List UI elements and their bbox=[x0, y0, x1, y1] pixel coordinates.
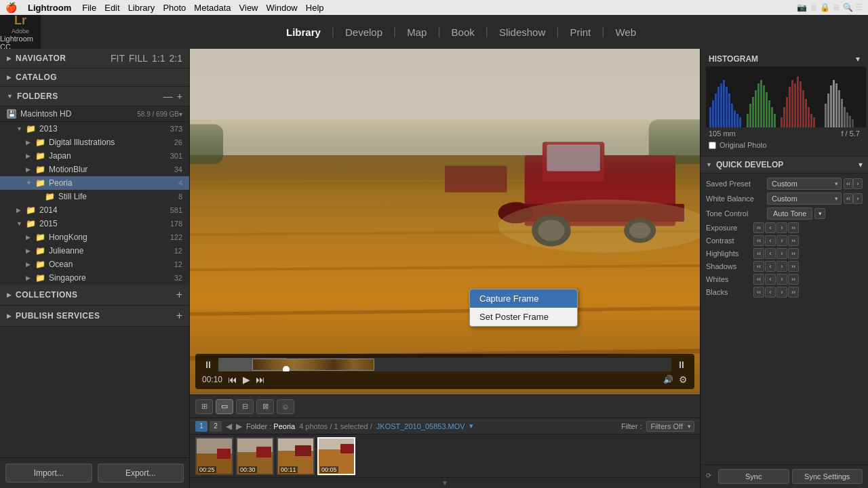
play-btn[interactable]: ▶ bbox=[243, 374, 250, 385]
shadows-ll[interactable]: ‹‹ bbox=[753, 261, 764, 272]
skip-forward-btn[interactable]: ⏭ bbox=[256, 374, 265, 385]
app-menu-name[interactable]: Lightroom bbox=[28, 3, 71, 13]
tone-expand[interactable]: ▾ bbox=[814, 208, 825, 219]
filmstrip-nav-left[interactable]: ◀ bbox=[226, 422, 232, 431]
filmstrip-nav-right[interactable]: ▶ bbox=[236, 422, 242, 431]
publish-services-header[interactable]: ▶ Publish Services + bbox=[0, 306, 189, 327]
auto-tone-btn[interactable]: Auto Tone bbox=[767, 207, 812, 220]
folder-peoria[interactable]: ▼ 📁 Peoria 4 bbox=[0, 176, 189, 190]
tab-library[interactable]: Library bbox=[279, 24, 328, 41]
pause-btn[interactable]: ⏸ bbox=[203, 359, 213, 370]
blacks-r[interactable]: › bbox=[776, 287, 787, 298]
folder-singapore[interactable]: ▶ 📁 Singapore 32 bbox=[0, 271, 189, 285]
saved-preset-dropdown[interactable]: Custom bbox=[767, 178, 842, 190]
fit-option[interactable]: FIT bbox=[111, 53, 125, 64]
exposure-ll[interactable]: ‹‹ bbox=[753, 222, 764, 233]
whites-ll[interactable]: ‹‹ bbox=[753, 274, 764, 285]
highlights-ll[interactable]: ‹‹ bbox=[753, 248, 764, 259]
settings-btn[interactable]: ⚙ bbox=[679, 374, 688, 385]
whites-r[interactable]: › bbox=[776, 274, 787, 285]
tab-map[interactable]: Map bbox=[400, 24, 433, 41]
skip-back-btn[interactable]: ⏮ bbox=[228, 374, 237, 385]
import-button[interactable]: Import... bbox=[5, 464, 92, 483]
context-capture-frame[interactable]: Capture Frame bbox=[470, 289, 577, 308]
original-photo-checkbox[interactable] bbox=[709, 142, 716, 149]
tab-book[interactable]: Book bbox=[445, 24, 481, 41]
people-view-btn[interactable]: ☺ bbox=[277, 399, 294, 414]
menu-file[interactable]: File bbox=[82, 3, 96, 13]
page-1[interactable]: 1 bbox=[195, 421, 208, 432]
folder-motionblur[interactable]: ▶ 📁 MotionBlur 34 bbox=[0, 163, 189, 176]
menu-window[interactable]: Window bbox=[267, 3, 298, 13]
drive-item[interactable]: 💾 Macintosh HD 58.9 / 699 GB ▾ bbox=[0, 106, 189, 122]
sync-button[interactable]: Sync bbox=[718, 469, 789, 484]
grid-view-btn[interactable]: ⊞ bbox=[195, 399, 213, 414]
folder-2015[interactable]: ▼ 📁 2015 178 bbox=[0, 217, 189, 230]
menu-edit[interactable]: Edit bbox=[104, 3, 119, 13]
blacks-l[interactable]: ‹ bbox=[765, 287, 776, 298]
contrast-rr[interactable]: ›› bbox=[788, 235, 799, 246]
page-2[interactable]: 2 bbox=[210, 421, 222, 432]
ratio-option[interactable]: 2:1 bbox=[170, 53, 182, 64]
tab-slideshow[interactable]: Slideshow bbox=[492, 24, 552, 41]
tab-develop[interactable]: Develop bbox=[338, 24, 389, 41]
filename[interactable]: JKOST_2010_05853.MOV bbox=[376, 422, 465, 430]
tab-print[interactable]: Print bbox=[563, 24, 597, 41]
filmstrip-thumb-3[interactable]: 00:11 bbox=[277, 437, 315, 475]
collections-header[interactable]: ▶ Collections + bbox=[0, 285, 189, 306]
sync-settings-button[interactable]: Sync Settings bbox=[792, 469, 863, 484]
contrast-l[interactable]: ‹ bbox=[765, 235, 776, 246]
histogram-header[interactable]: Histogram ▾ bbox=[703, 52, 865, 66]
quick-develop-header[interactable]: ▼ Quick Develop ▾ bbox=[701, 156, 868, 174]
shadows-r[interactable]: › bbox=[776, 261, 787, 272]
wb-right[interactable]: › bbox=[853, 193, 863, 204]
folder-hongkong[interactable]: ▶ 📁 HongKong 122 bbox=[0, 230, 189, 244]
menu-metadata[interactable]: Metadata bbox=[194, 3, 231, 13]
saved-preset-right[interactable]: › bbox=[853, 178, 863, 189]
compare-view-btn[interactable]: ⊟ bbox=[236, 399, 254, 414]
catalog-header[interactable]: ▶ Catalog bbox=[0, 68, 189, 87]
export-button[interactable]: Export... bbox=[98, 464, 184, 483]
folder-japan[interactable]: ▶ 📁 Japan 301 bbox=[0, 149, 189, 163]
folder-ocean[interactable]: ▶ 📁 Ocean 12 bbox=[0, 258, 189, 271]
exposure-l[interactable]: ‹ bbox=[765, 222, 776, 233]
filmstrip-thumb-4[interactable]: 00:05 bbox=[317, 437, 355, 475]
timeline-bar[interactable] bbox=[218, 358, 671, 371]
blacks-rr[interactable]: ›› bbox=[788, 287, 799, 298]
contrast-ll[interactable]: ‹‹ bbox=[753, 235, 764, 246]
folder-digital-illustrations[interactable]: ▶ 📁 Digital Illustrations 26 bbox=[0, 136, 189, 149]
folders-header[interactable]: ▼ Folders — + bbox=[0, 87, 189, 106]
drive-chevron[interactable]: ▾ bbox=[179, 110, 182, 118]
folder-2014[interactable]: ▶ 📁 2014 581 bbox=[0, 203, 189, 217]
wb-left[interactable]: ‹‹ bbox=[844, 193, 853, 204]
survey-view-btn[interactable]: ⊠ bbox=[256, 399, 274, 414]
highlights-l[interactable]: ‹ bbox=[765, 248, 776, 259]
highlights-rr[interactable]: ›› bbox=[788, 248, 799, 259]
folder-2013[interactable]: ▼ 📁 2013 373 bbox=[0, 122, 189, 136]
white-balance-dropdown[interactable]: Custom bbox=[767, 192, 842, 205]
filmstrip-thumb-1[interactable]: 00:25 bbox=[195, 437, 233, 475]
publish-add[interactable]: + bbox=[176, 310, 182, 322]
folders-plus[interactable]: + bbox=[177, 91, 182, 102]
whites-rr[interactable]: ›› bbox=[788, 274, 799, 285]
loupe-view-btn[interactable]: ▭ bbox=[216, 399, 233, 414]
navigator-header[interactable]: ▶ Navigator FIT FILL 1:1 2:1 bbox=[0, 49, 189, 68]
oneone-option[interactable]: 1:1 bbox=[152, 53, 165, 64]
apple-menu[interactable]: 🍎 bbox=[5, 2, 17, 13]
saved-preset-left[interactable]: ‹‹ bbox=[844, 178, 853, 189]
exposure-rr[interactable]: ›› bbox=[788, 222, 799, 233]
pause-right-btn[interactable]: ⏸ bbox=[677, 359, 686, 370]
filter-value[interactable]: Filters Off bbox=[651, 422, 683, 430]
filename-chevron[interactable]: ▾ bbox=[469, 422, 473, 430]
blacks-ll[interactable]: ‹‹ bbox=[753, 287, 764, 298]
context-set-poster-frame[interactable]: Set Poster Frame bbox=[470, 308, 577, 326]
tab-web[interactable]: Web bbox=[608, 24, 643, 41]
collections-add[interactable]: + bbox=[176, 289, 182, 301]
menu-photo[interactable]: Photo bbox=[163, 3, 186, 13]
fill-option[interactable]: FILL bbox=[129, 53, 148, 64]
whites-l[interactable]: ‹ bbox=[765, 274, 776, 285]
menu-library[interactable]: Library bbox=[128, 3, 155, 13]
contrast-r[interactable]: › bbox=[776, 235, 787, 246]
menu-help[interactable]: Help bbox=[306, 3, 324, 13]
highlights-r[interactable]: › bbox=[776, 248, 787, 259]
